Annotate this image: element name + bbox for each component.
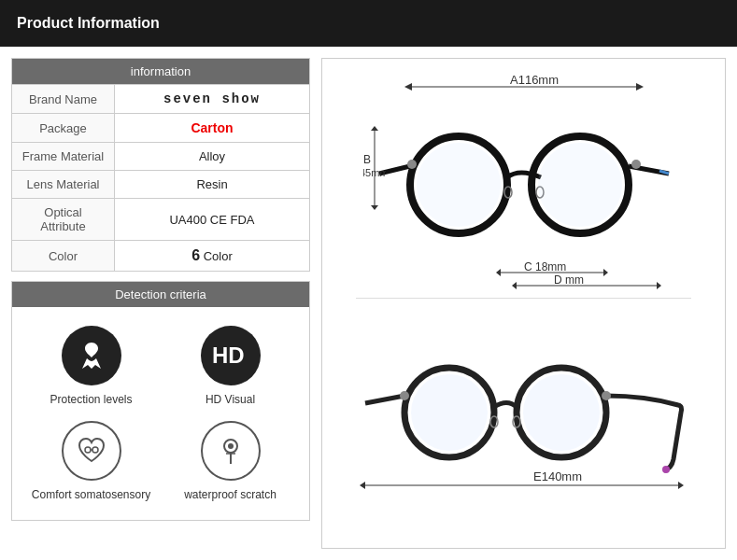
right-panel: A116mm B 45mm — [321, 58, 726, 549]
pin-icon — [213, 433, 248, 469]
left-panel: information Brand Name seven show Packag… — [11, 58, 310, 549]
svg-point-21 — [407, 160, 417, 169]
svg-point-7 — [228, 443, 234, 449]
protection-label: Protection levels — [50, 393, 132, 406]
table-row: Color 6 Color — [12, 241, 310, 272]
svg-point-25 — [417, 143, 501, 227]
package-value: Carton — [191, 120, 233, 135]
glasses-front-view — [375, 96, 673, 264]
heart-icon — [74, 433, 109, 469]
detection-grid: Protection levels HD HD Visual — [12, 307, 309, 520]
dimension-B-arrow: B 45mm — [363, 126, 386, 210]
color-text: Color — [200, 249, 233, 263]
diagram-bottom: E140mm — [337, 304, 710, 539]
svg-text:E140mm: E140mm — [533, 469, 582, 483]
svg-marker-14 — [371, 205, 378, 210]
waterproof-label: waterproof scratch — [184, 488, 276, 501]
detection-item-protection: Protection levels — [21, 318, 161, 413]
label-color: Color — [12, 241, 115, 272]
table-header: information — [12, 59, 310, 85]
value-frame-material: Alloy — [115, 143, 310, 171]
dimension-A-arrow: A116mm — [403, 76, 645, 98]
svg-marker-33 — [512, 282, 517, 289]
comfort-label: Comfort somatosensory — [32, 488, 150, 501]
svg-marker-9 — [404, 83, 412, 91]
label-package: Package — [12, 114, 115, 143]
svg-point-45 — [662, 466, 670, 473]
svg-marker-13 — [371, 126, 378, 131]
svg-marker-10 — [636, 83, 644, 91]
svg-marker-34 — [657, 282, 661, 289]
ribbon-icon — [75, 339, 108, 372]
dimension-D: D mm — [512, 275, 661, 296]
svg-text:C 18mm: C 18mm — [524, 262, 566, 273]
value-color: 6 Color — [115, 241, 310, 272]
protection-icon-bg — [62, 326, 121, 385]
color-number: 6 — [191, 247, 200, 263]
detection-header: Detection criteria — [12, 282, 309, 307]
detection-item-comfort: Comfort somatosensory — [21, 413, 161, 509]
table-row: Frame Material Alloy — [12, 143, 310, 171]
hd-label: HD Visual — [206, 393, 255, 406]
table-row: Optical Attribute UA400 CE FDA — [12, 199, 310, 241]
svg-line-40 — [365, 396, 404, 403]
svg-text:45mm: 45mm — [363, 167, 386, 178]
hd-icon-bg: HD — [201, 326, 261, 385]
brand-value: seven show — [163, 91, 261, 106]
detection-item-waterproof: waterproof scratch — [161, 413, 300, 509]
table-row: Brand Name seven show — [12, 85, 310, 114]
glasses-side-view: E140mm — [356, 347, 692, 497]
svg-marker-47 — [360, 482, 365, 489]
value-brand-name: seven show — [115, 85, 310, 114]
svg-point-26 — [538, 143, 622, 227]
svg-text:D    mm: D mm — [554, 275, 584, 287]
value-package: Carton — [115, 114, 310, 143]
svg-text:B: B — [363, 153, 371, 166]
waterproof-icon-bg — [201, 421, 261, 481]
detection-section: Detection criteria Protection levels — [11, 281, 310, 521]
page-header: Product Information — [0, 0, 737, 47]
main-content: information Brand Name seven show Packag… — [0, 47, 737, 560]
label-optical: Optical Attribute — [12, 199, 115, 241]
value-optical: UA400 CE FDA — [115, 199, 310, 241]
svg-point-1 — [85, 447, 91, 453]
detection-item-hd: HD HD Visual — [161, 318, 300, 413]
svg-point-39 — [523, 374, 600, 451]
comfort-icon-bg — [62, 421, 121, 481]
diagram-top: A116mm B 45mm — [337, 68, 710, 292]
table-row: Package Carton — [12, 114, 310, 143]
svg-text:HD: HD — [212, 343, 245, 368]
label-lens-material: Lens Material — [12, 171, 115, 199]
svg-marker-48 — [678, 482, 684, 489]
svg-point-42 — [602, 391, 611, 400]
label-frame-material: Frame Material — [12, 143, 115, 171]
svg-point-2 — [92, 447, 98, 453]
svg-marker-29 — [496, 269, 501, 276]
svg-point-41 — [400, 391, 409, 400]
hd-icon: HD — [210, 343, 251, 369]
divider — [356, 298, 691, 299]
table-row: Lens Material Resin — [12, 171, 310, 199]
value-lens-material: Resin — [115, 171, 310, 199]
info-table: information Brand Name seven show Packag… — [11, 58, 310, 272]
svg-point-22 — [631, 160, 641, 169]
svg-text:A116mm: A116mm — [510, 76, 559, 87]
label-brand-name: Brand Name — [12, 85, 115, 114]
page-title: Product Information — [17, 15, 160, 32]
svg-point-37 — [411, 374, 488, 451]
